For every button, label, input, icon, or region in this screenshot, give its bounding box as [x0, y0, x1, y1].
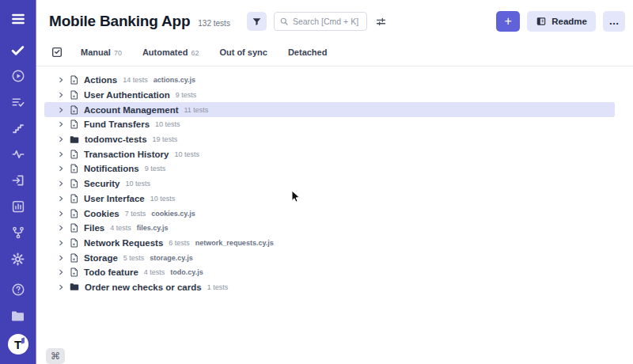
test-group-row[interactable]: Storage 5 tests storage.cy.js: [44, 250, 615, 265]
spec-file-icon: [70, 209, 78, 218]
gear-icon[interactable]: [9, 251, 27, 267]
test-group-filename: network_requests.cy.js: [195, 239, 274, 247]
test-group-name: todomvc-tests: [85, 135, 147, 144]
test-group-filename: files.cy.js: [137, 224, 169, 232]
test-group-row[interactable]: Security 10 tests: [44, 176, 615, 191]
test-group-name: Order new checks or cards: [85, 282, 202, 292]
spec-file-icon: [70, 119, 78, 129]
chevron-right-icon[interactable]: [57, 224, 65, 232]
test-group-row[interactable]: Order new checks or cards 1 tests: [44, 280, 615, 295]
test-group-row[interactable]: Cookies 7 tests cookies.cy.js: [44, 206, 615, 221]
steps-icon[interactable]: [9, 120, 27, 136]
chevron-right-icon[interactable]: [57, 120, 65, 128]
filter-button[interactable]: [247, 12, 267, 31]
test-group-name: User Authentication: [84, 90, 170, 100]
branch-icon[interactable]: [9, 225, 27, 241]
tab-label: Detached: [288, 47, 328, 57]
chevron-right-icon[interactable]: [57, 268, 65, 276]
test-group-row[interactable]: User Interface 10 tests: [44, 191, 615, 207]
test-group-name: Actions: [84, 75, 117, 85]
sign-in-icon[interactable]: [9, 173, 27, 188]
chevron-right-icon[interactable]: [57, 165, 65, 173]
spec-file-icon: [70, 194, 78, 203]
test-group-count: 10 tests: [125, 180, 150, 188]
tab-automated[interactable]: Automated 62: [142, 47, 199, 57]
test-group-row[interactable]: Actions 14 tests actions.cy.js: [44, 73, 615, 88]
folder-icon: [70, 135, 79, 144]
test-group-name: Todo feature: [84, 267, 138, 277]
search-input[interactable]: [293, 17, 362, 26]
test-group-name: Transaction History: [84, 150, 169, 159]
chevron-right-icon[interactable]: [57, 254, 65, 262]
playlist-check-icon[interactable]: [9, 94, 27, 110]
test-group-count: 9 tests: [145, 165, 166, 173]
avatar-letter: T: [14, 338, 21, 351]
spec-file-icon: [70, 150, 78, 159]
test-group-row[interactable]: Fund Transfers 10 tests: [44, 117, 615, 132]
test-group-name: User Interface: [84, 194, 145, 203]
test-group-row[interactable]: Todo feature 4 tests todo.cy.js: [44, 265, 615, 280]
menu-icon[interactable]: [9, 9, 27, 28]
chevron-right-icon[interactable]: [57, 150, 65, 158]
test-group-name: Security: [84, 179, 119, 188]
test-group-name: Cookies: [84, 209, 119, 218]
spec-file-icon: [70, 238, 78, 248]
test-group-filename: actions.cy.js: [154, 76, 195, 84]
tab-detached[interactable]: Detached: [288, 47, 328, 57]
tab-count: 70: [114, 49, 122, 57]
chevron-right-icon[interactable]: [57, 195, 65, 203]
spec-file-icon: [70, 105, 78, 115]
chevron-right-icon[interactable]: [57, 106, 65, 114]
header: Mobile Banking App 132 tests + Readme …: [36, 0, 633, 38]
tabs: Manual 70 Automated 62 Out of sync Detac…: [36, 38, 633, 66]
test-group-name: Notifications: [84, 164, 139, 173]
test-group-name: Storage: [84, 253, 118, 263]
tab-out-of-sync[interactable]: Out of sync: [219, 47, 267, 57]
play-circle-icon[interactable]: [9, 68, 27, 84]
activity-icon[interactable]: [9, 146, 27, 162]
help-icon[interactable]: [9, 282, 27, 298]
add-button[interactable]: +: [496, 11, 520, 32]
chevron-right-icon[interactable]: [57, 180, 65, 188]
spec-file-icon: [70, 267, 78, 277]
test-group-row[interactable]: todomvc-tests 19 tests: [44, 132, 615, 147]
test-group-row[interactable]: Transaction History 10 tests: [44, 146, 615, 161]
test-group-filename: cookies.cy.js: [151, 210, 195, 218]
test-group-row[interactable]: User Authentication 9 tests: [44, 88, 615, 103]
more-button[interactable]: …: [603, 11, 625, 32]
chevron-right-icon[interactable]: [57, 91, 65, 99]
spec-file-icon: [70, 90, 78, 100]
tab-label: Out of sync: [219, 47, 267, 57]
projects-folder-icon[interactable]: [9, 308, 27, 324]
chevron-right-icon[interactable]: [57, 283, 65, 291]
chevron-right-icon[interactable]: [57, 135, 65, 143]
test-group-count: 9 tests: [176, 91, 197, 99]
test-group-name: Files: [84, 223, 104, 233]
readme-button[interactable]: Readme: [527, 11, 596, 32]
search-icon: [279, 17, 289, 26]
readme-label: Readme: [552, 17, 587, 26]
analytics-icon[interactable]: [9, 199, 27, 214]
test-group-row[interactable]: Files 4 tests files.cy.js: [44, 221, 615, 236]
test-group-name: Fund Transfers: [84, 119, 150, 129]
command-shortcut-button[interactable]: ⌘: [46, 348, 65, 364]
test-group-count: 10 tests: [174, 150, 199, 158]
chevron-right-icon[interactable]: [57, 239, 65, 247]
check-icon[interactable]: [9, 42, 27, 58]
chevron-right-icon[interactable]: [57, 76, 65, 84]
test-group-row[interactable]: Network Requests 6 tests network_request…: [44, 236, 615, 251]
chevron-right-icon[interactable]: [57, 210, 65, 218]
test-group-row[interactable]: Notifications 9 tests: [44, 161, 615, 176]
test-group-count: 4 tests: [144, 268, 165, 276]
avatar[interactable]: T: [8, 334, 28, 355]
test-group-count: 10 tests: [150, 195, 176, 203]
select-all-icon[interactable]: [51, 46, 63, 59]
spec-file-icon: [70, 253, 78, 263]
tests-count-badge: 132 tests: [198, 19, 230, 28]
adjustments-icon[interactable]: [375, 16, 387, 28]
sidebar: T: [0, 0, 36, 364]
search-box[interactable]: [274, 12, 367, 31]
test-group-row[interactable]: Account Management 11 tests: [44, 102, 615, 117]
tab-manual[interactable]: Manual 70: [81, 47, 122, 57]
spec-file-icon: [70, 164, 78, 173]
